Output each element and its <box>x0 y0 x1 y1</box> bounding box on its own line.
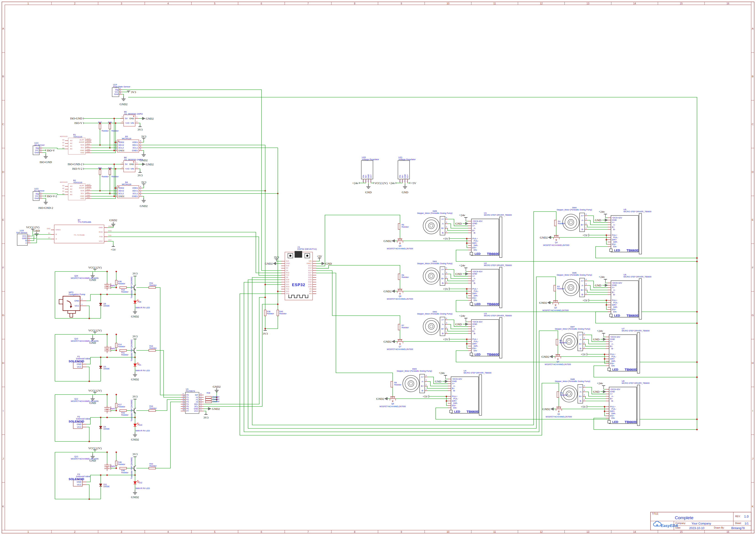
stepper-motor-symbol <box>563 214 579 231</box>
driver-led-square <box>450 410 452 413</box>
driver-name: TB6600 <box>625 368 637 371</box>
company-value: Your Company <box>691 522 711 525</box>
frame-col-top: 2 <box>74 2 75 5</box>
pin-number: 4 <box>116 148 116 150</box>
wire <box>107 232 281 273</box>
driver-pin: A- <box>611 343 614 345</box>
wire <box>316 265 400 274</box>
junction-dot <box>265 297 266 298</box>
junction-dot <box>696 377 698 378</box>
led-value: 5MM IR RX LED <box>135 488 150 490</box>
driver-value: MICRO STEP DRIVER_TB6600 <box>624 211 652 213</box>
net-gnd2: GND2 <box>542 408 550 410</box>
driver-pin: EN- <box>613 311 617 313</box>
resistor-value: Resistor <box>111 176 119 178</box>
junction-dot <box>696 311 698 312</box>
resistor-value: Resistor <box>149 408 157 409</box>
net-3v3: 3V3 <box>132 453 137 456</box>
adc-pin-out: A1 <box>62 190 64 192</box>
frame-col-top: 12 <box>540 2 542 5</box>
pin-number: 4 <box>122 121 123 123</box>
net-3v3: 3V3 <box>132 395 137 398</box>
gnd-arrow-icon <box>142 163 145 166</box>
driver-pin: B- <box>474 332 476 335</box>
net-gnd2: GND2 <box>384 290 392 293</box>
junction-dot <box>606 304 607 306</box>
shape <box>409 382 413 385</box>
esp32-pin-right: GND2 <box>306 263 312 265</box>
resistor-value: Resistor <box>149 347 157 349</box>
frame-col-top: 5 <box>214 2 215 5</box>
junction-dot <box>277 303 278 305</box>
resistor-symbol <box>205 399 212 401</box>
net-gnd: GND <box>365 191 372 194</box>
driver-led-label: LED <box>612 368 618 371</box>
net-gnd: GND <box>455 272 462 275</box>
esp32-pin-left: RX2 <box>286 272 289 274</box>
resistor-value: Resistor <box>102 130 109 132</box>
valve-pin: VCC <box>77 426 81 428</box>
frame-col-bottom: 6 <box>261 530 262 533</box>
junction-dot <box>106 474 108 476</box>
net-gnd2: GND2 <box>384 340 392 343</box>
pin-number: 8 <box>140 140 141 142</box>
esp32-pin-right: D33 <box>308 279 312 281</box>
frame-col-top: 14 <box>633 2 636 5</box>
body-diode-icon <box>392 401 393 402</box>
wire <box>86 295 90 301</box>
gnd-arrow-icon <box>603 338 606 341</box>
title-label: TITLE: <box>652 513 659 515</box>
adc-value: ADS1115 <box>73 136 82 138</box>
adc-pin: ADDR <box>79 187 84 189</box>
adc-ghost: ADS1115 <box>60 182 68 183</box>
pin-number: 4 <box>425 375 426 377</box>
amp-pin: GND1 <box>132 195 138 197</box>
net-gnd: GND <box>402 191 408 194</box>
dcdc-pin: VIN <box>131 168 134 170</box>
frame-col-bottom: 5 <box>214 530 215 533</box>
vreg-pin: VO+ <box>407 174 409 178</box>
pin-number: 3 <box>425 379 426 381</box>
motor-pin: A+ <box>441 319 444 321</box>
body-diode-icon <box>557 358 559 359</box>
driver-pin: +DC9-42V <box>452 378 462 380</box>
shape <box>428 273 434 279</box>
pin-number: 2 <box>136 166 137 168</box>
junction-dot <box>116 334 117 335</box>
gnd-arrow-icon <box>465 222 468 225</box>
pin-number: 2 <box>367 181 369 182</box>
adc-pin-out: A1 <box>62 145 64 146</box>
resistor-symbol <box>99 170 101 175</box>
driver-pin: +DC9-42V <box>612 217 622 219</box>
junction-dot <box>466 238 467 239</box>
driver-pin: A- <box>453 385 455 387</box>
resistor-symbol <box>120 467 127 469</box>
net-gnd2: GND2 <box>541 355 549 358</box>
pnp-value: Transistor PNP (2N3906) <box>131 340 133 361</box>
pin-number: 5 <box>140 148 141 150</box>
net-5v: +5V <box>443 288 448 291</box>
stepper-motor-symbol <box>423 217 440 234</box>
resistor-value: Resistor <box>212 398 219 400</box>
wire <box>142 151 144 154</box>
motor-pin: A+ <box>579 386 582 388</box>
net-3v3: 3V3 <box>132 335 137 338</box>
pin-number: 11 <box>183 398 185 399</box>
resistor-symbol <box>109 170 111 175</box>
net-vcc12: VCC(12V) <box>88 266 102 269</box>
driver-pin: +DC9-42V <box>472 321 482 323</box>
junction-dot <box>466 343 467 345</box>
driver-value: MICRO STEP DRIVER_TB6600 <box>624 276 652 278</box>
schematic-drawing <box>0 0 756 535</box>
driver-name: TB6600 <box>487 252 499 256</box>
resistor-ref: R47 <box>98 122 102 124</box>
esp32-name: ESP32 <box>292 283 305 287</box>
esp32-pin-left: D2 <box>286 267 288 269</box>
led-value: 5MM IR RX LED <box>135 430 150 432</box>
frame-row-right: I <box>752 409 753 412</box>
wire <box>587 290 608 292</box>
wire <box>92 123 116 153</box>
pin-number: 1 <box>586 227 587 229</box>
shape <box>566 339 572 345</box>
motor-pin: A+ <box>579 334 582 336</box>
